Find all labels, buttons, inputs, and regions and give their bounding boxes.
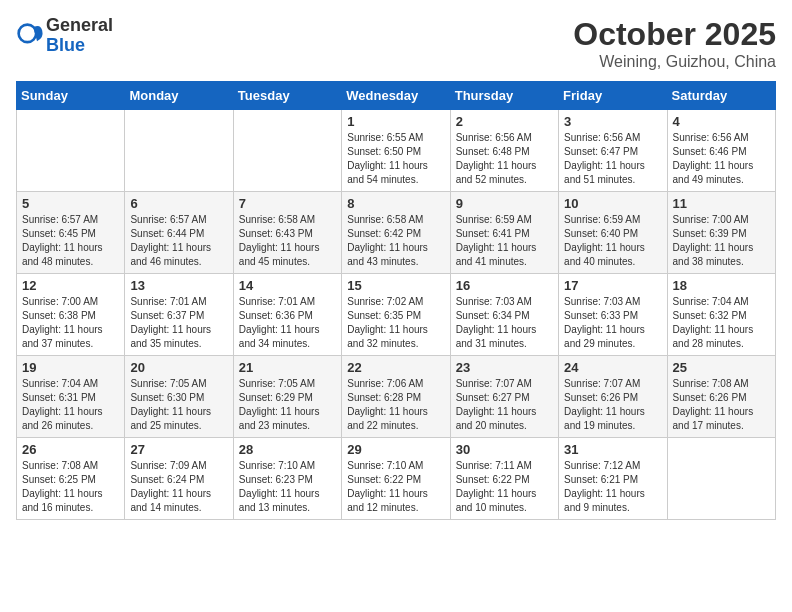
calendar-cell: 4Sunrise: 6:56 AM Sunset: 6:46 PM Daylig… <box>667 110 775 192</box>
calendar-cell: 27Sunrise: 7:09 AM Sunset: 6:24 PM Dayli… <box>125 438 233 520</box>
day-info: Sunrise: 6:58 AM Sunset: 6:42 PM Dayligh… <box>347 213 444 269</box>
day-info: Sunrise: 7:01 AM Sunset: 6:37 PM Dayligh… <box>130 295 227 351</box>
calendar-cell: 29Sunrise: 7:10 AM Sunset: 6:22 PM Dayli… <box>342 438 450 520</box>
logo-icon <box>16 22 44 50</box>
calendar-cell: 28Sunrise: 7:10 AM Sunset: 6:23 PM Dayli… <box>233 438 341 520</box>
calendar-cell: 31Sunrise: 7:12 AM Sunset: 6:21 PM Dayli… <box>559 438 667 520</box>
day-number: 22 <box>347 360 444 375</box>
day-number: 16 <box>456 278 553 293</box>
day-number: 11 <box>673 196 770 211</box>
day-info: Sunrise: 7:10 AM Sunset: 6:23 PM Dayligh… <box>239 459 336 515</box>
calendar-cell <box>17 110 125 192</box>
weekday-header: Friday <box>559 82 667 110</box>
logo-general-text: General <box>46 15 113 35</box>
calendar-cell: 5Sunrise: 6:57 AM Sunset: 6:45 PM Daylig… <box>17 192 125 274</box>
calendar-cell: 24Sunrise: 7:07 AM Sunset: 6:26 PM Dayli… <box>559 356 667 438</box>
day-info: Sunrise: 6:55 AM Sunset: 6:50 PM Dayligh… <box>347 131 444 187</box>
weekday-header: Thursday <box>450 82 558 110</box>
day-info: Sunrise: 7:05 AM Sunset: 6:29 PM Dayligh… <box>239 377 336 433</box>
day-info: Sunrise: 6:57 AM Sunset: 6:44 PM Dayligh… <box>130 213 227 269</box>
day-info: Sunrise: 7:10 AM Sunset: 6:22 PM Dayligh… <box>347 459 444 515</box>
day-number: 26 <box>22 442 119 457</box>
calendar-cell <box>125 110 233 192</box>
weekday-header: Tuesday <box>233 82 341 110</box>
day-info: Sunrise: 7:09 AM Sunset: 6:24 PM Dayligh… <box>130 459 227 515</box>
weekday-header: Monday <box>125 82 233 110</box>
weekday-header: Saturday <box>667 82 775 110</box>
day-number: 1 <box>347 114 444 129</box>
day-info: Sunrise: 7:11 AM Sunset: 6:22 PM Dayligh… <box>456 459 553 515</box>
day-info: Sunrise: 7:02 AM Sunset: 6:35 PM Dayligh… <box>347 295 444 351</box>
day-info: Sunrise: 6:57 AM Sunset: 6:45 PM Dayligh… <box>22 213 119 269</box>
calendar: SundayMondayTuesdayWednesdayThursdayFrid… <box>16 81 776 520</box>
month-title: October 2025 <box>573 16 776 53</box>
calendar-cell: 15Sunrise: 7:02 AM Sunset: 6:35 PM Dayli… <box>342 274 450 356</box>
day-info: Sunrise: 7:07 AM Sunset: 6:26 PM Dayligh… <box>564 377 661 433</box>
calendar-cell: 6Sunrise: 6:57 AM Sunset: 6:44 PM Daylig… <box>125 192 233 274</box>
day-number: 23 <box>456 360 553 375</box>
title-block: October 2025 Weining, Guizhou, China <box>573 16 776 71</box>
day-info: Sunrise: 6:56 AM Sunset: 6:47 PM Dayligh… <box>564 131 661 187</box>
day-info: Sunrise: 7:06 AM Sunset: 6:28 PM Dayligh… <box>347 377 444 433</box>
calendar-cell: 12Sunrise: 7:00 AM Sunset: 6:38 PM Dayli… <box>17 274 125 356</box>
day-number: 27 <box>130 442 227 457</box>
day-number: 17 <box>564 278 661 293</box>
calendar-cell <box>667 438 775 520</box>
calendar-cell: 17Sunrise: 7:03 AM Sunset: 6:33 PM Dayli… <box>559 274 667 356</box>
day-number: 4 <box>673 114 770 129</box>
weekday-header: Wednesday <box>342 82 450 110</box>
logo-blue-text: Blue <box>46 35 85 55</box>
day-info: Sunrise: 7:03 AM Sunset: 6:34 PM Dayligh… <box>456 295 553 351</box>
day-info: Sunrise: 7:04 AM Sunset: 6:31 PM Dayligh… <box>22 377 119 433</box>
calendar-cell: 19Sunrise: 7:04 AM Sunset: 6:31 PM Dayli… <box>17 356 125 438</box>
day-info: Sunrise: 6:56 AM Sunset: 6:48 PM Dayligh… <box>456 131 553 187</box>
calendar-cell: 13Sunrise: 7:01 AM Sunset: 6:37 PM Dayli… <box>125 274 233 356</box>
day-number: 6 <box>130 196 227 211</box>
day-number: 8 <box>347 196 444 211</box>
day-number: 25 <box>673 360 770 375</box>
day-number: 31 <box>564 442 661 457</box>
day-number: 7 <box>239 196 336 211</box>
weekday-header-row: SundayMondayTuesdayWednesdayThursdayFrid… <box>17 82 776 110</box>
calendar-cell: 9Sunrise: 6:59 AM Sunset: 6:41 PM Daylig… <box>450 192 558 274</box>
calendar-cell: 25Sunrise: 7:08 AM Sunset: 6:26 PM Dayli… <box>667 356 775 438</box>
day-number: 20 <box>130 360 227 375</box>
day-info: Sunrise: 7:00 AM Sunset: 6:39 PM Dayligh… <box>673 213 770 269</box>
day-number: 19 <box>22 360 119 375</box>
day-info: Sunrise: 7:12 AM Sunset: 6:21 PM Dayligh… <box>564 459 661 515</box>
day-number: 9 <box>456 196 553 211</box>
calendar-cell: 22Sunrise: 7:06 AM Sunset: 6:28 PM Dayli… <box>342 356 450 438</box>
calendar-week-row: 1Sunrise: 6:55 AM Sunset: 6:50 PM Daylig… <box>17 110 776 192</box>
calendar-cell: 16Sunrise: 7:03 AM Sunset: 6:34 PM Dayli… <box>450 274 558 356</box>
day-info: Sunrise: 6:56 AM Sunset: 6:46 PM Dayligh… <box>673 131 770 187</box>
page-header: General Blue October 2025 Weining, Guizh… <box>16 16 776 71</box>
day-number: 2 <box>456 114 553 129</box>
calendar-week-row: 5Sunrise: 6:57 AM Sunset: 6:45 PM Daylig… <box>17 192 776 274</box>
day-info: Sunrise: 7:00 AM Sunset: 6:38 PM Dayligh… <box>22 295 119 351</box>
calendar-cell: 2Sunrise: 6:56 AM Sunset: 6:48 PM Daylig… <box>450 110 558 192</box>
calendar-cell: 21Sunrise: 7:05 AM Sunset: 6:29 PM Dayli… <box>233 356 341 438</box>
calendar-cell: 1Sunrise: 6:55 AM Sunset: 6:50 PM Daylig… <box>342 110 450 192</box>
calendar-cell: 10Sunrise: 6:59 AM Sunset: 6:40 PM Dayli… <box>559 192 667 274</box>
day-info: Sunrise: 7:08 AM Sunset: 6:26 PM Dayligh… <box>673 377 770 433</box>
day-number: 12 <box>22 278 119 293</box>
calendar-cell <box>233 110 341 192</box>
day-info: Sunrise: 7:04 AM Sunset: 6:32 PM Dayligh… <box>673 295 770 351</box>
day-info: Sunrise: 7:07 AM Sunset: 6:27 PM Dayligh… <box>456 377 553 433</box>
day-number: 18 <box>673 278 770 293</box>
day-info: Sunrise: 6:59 AM Sunset: 6:41 PM Dayligh… <box>456 213 553 269</box>
calendar-cell: 7Sunrise: 6:58 AM Sunset: 6:43 PM Daylig… <box>233 192 341 274</box>
day-info: Sunrise: 7:05 AM Sunset: 6:30 PM Dayligh… <box>130 377 227 433</box>
calendar-cell: 23Sunrise: 7:07 AM Sunset: 6:27 PM Dayli… <box>450 356 558 438</box>
calendar-cell: 11Sunrise: 7:00 AM Sunset: 6:39 PM Dayli… <box>667 192 775 274</box>
calendar-body: 1Sunrise: 6:55 AM Sunset: 6:50 PM Daylig… <box>17 110 776 520</box>
day-info: Sunrise: 7:01 AM Sunset: 6:36 PM Dayligh… <box>239 295 336 351</box>
logo: General Blue <box>16 16 113 56</box>
calendar-cell: 30Sunrise: 7:11 AM Sunset: 6:22 PM Dayli… <box>450 438 558 520</box>
day-number: 29 <box>347 442 444 457</box>
day-number: 3 <box>564 114 661 129</box>
day-number: 24 <box>564 360 661 375</box>
calendar-cell: 8Sunrise: 6:58 AM Sunset: 6:42 PM Daylig… <box>342 192 450 274</box>
weekday-header: Sunday <box>17 82 125 110</box>
day-number: 30 <box>456 442 553 457</box>
